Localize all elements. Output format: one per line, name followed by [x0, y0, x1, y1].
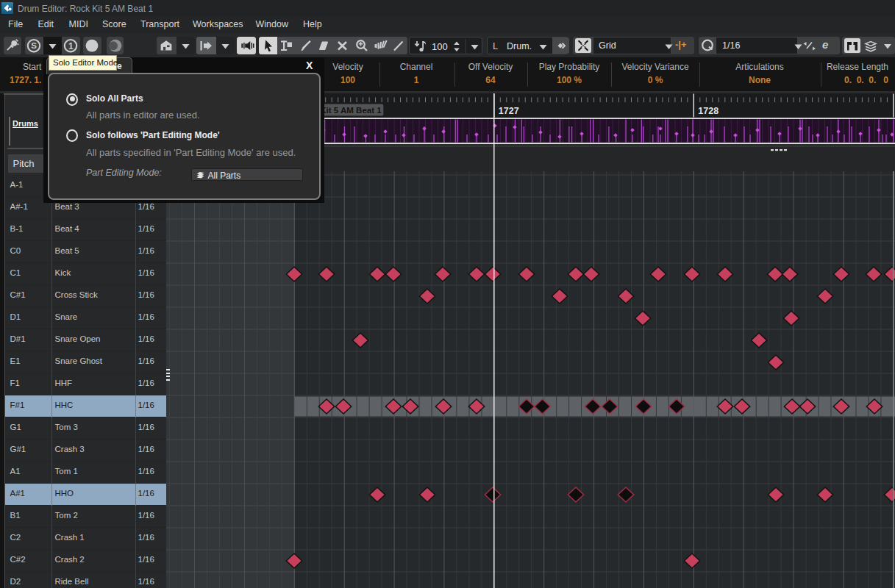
svg-text:S: S: [31, 41, 37, 50]
svg-text:1: 1: [68, 40, 74, 51]
svg-text:1727: 1727: [499, 106, 519, 116]
svg-text:1728: 1728: [698, 106, 719, 116]
